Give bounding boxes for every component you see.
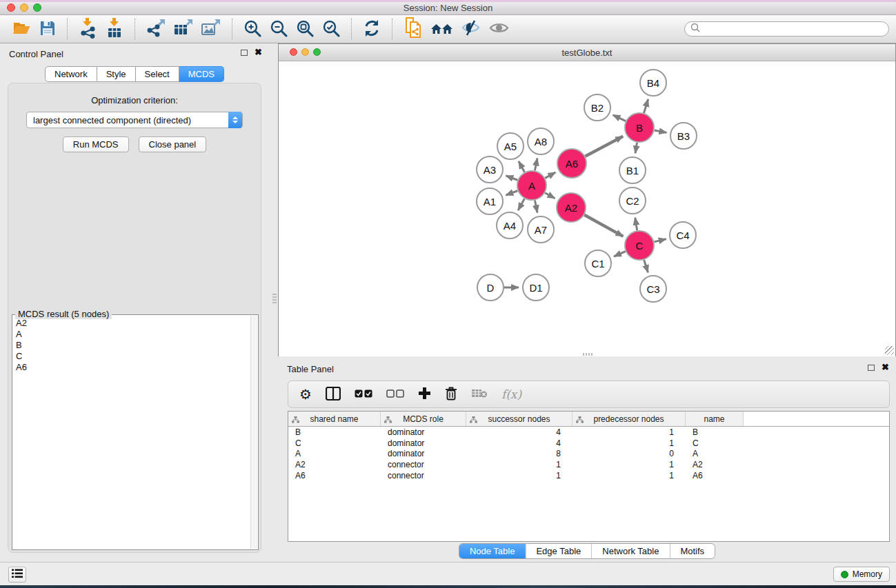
graph-node-b2[interactable]: B2 [584, 94, 611, 121]
open-session-button[interactable] [8, 19, 35, 40]
tab-select[interactable]: Select [136, 66, 179, 82]
import-network-button[interactable] [74, 17, 101, 42]
tab-motifs[interactable]: Motifs [669, 544, 715, 558]
window-resize-grip[interactable] [885, 346, 894, 355]
select-all-rows-button[interactable] [355, 389, 372, 400]
column-header-mcds-role[interactable]: MCDS role [381, 412, 466, 426]
tab-network-table[interactable]: Network Table [591, 544, 669, 558]
export-image-icon [201, 19, 221, 39]
list-icon [12, 569, 23, 580]
table-cell: 0 [573, 449, 686, 458]
tab-node-table[interactable]: Node Table [459, 544, 526, 558]
graph-node-a4[interactable]: A4 [496, 212, 524, 239]
toolbar-separator [135, 19, 135, 39]
export-table-button[interactable] [170, 17, 197, 41]
graph-node-c1[interactable]: C1 [584, 250, 612, 277]
graph-node-b[interactable]: B [624, 112, 655, 143]
graph-node-a6[interactable]: A6 [557, 148, 587, 179]
close-panel-button[interactable]: Close panel [139, 136, 207, 152]
vertical-splitter-grip[interactable] [272, 294, 277, 304]
graph-node-b1[interactable]: B1 [619, 156, 646, 184]
graph-node-c4[interactable]: C4 [669, 221, 697, 249]
tab-mcds[interactable]: MCDS [179, 66, 224, 82]
network-window-title: testGlobe.txt [279, 48, 895, 58]
column-header-successor-nodes[interactable]: successor nodes [466, 412, 573, 426]
search-input[interactable] [704, 24, 883, 34]
overview-window-button[interactable] [427, 19, 457, 40]
show-graphics-details-button[interactable] [485, 19, 513, 39]
delete-table-icon [471, 388, 488, 401]
mcds-result-item[interactable]: A [13, 329, 250, 340]
export-image-button[interactable] [197, 17, 225, 41]
mcds-result-item[interactable]: B [13, 340, 250, 351]
save-session-button[interactable] [35, 19, 60, 40]
float-panel-icon[interactable] [241, 50, 248, 56]
tab-edge-table[interactable]: Edge Table [525, 544, 591, 558]
close-table-panel-icon[interactable]: ✖ [882, 364, 889, 371]
column-header-name[interactable]: name [686, 412, 744, 426]
network-from-selection-button[interactable] [399, 16, 427, 42]
graph-node-a2[interactable]: A2 [556, 192, 586, 223]
graph-node-d1[interactable]: D1 [522, 274, 550, 301]
table-settings-button[interactable]: ⚙ [299, 387, 312, 401]
apply-function-button[interactable]: f(x) [501, 387, 521, 401]
run-mcds-button[interactable]: Run MCDS [63, 136, 129, 152]
criterion-dropdown[interactable]: largest connected component (directed) [26, 112, 243, 128]
table-cell: 1 [573, 427, 686, 437]
table-panel: Table Panel ✖ ⚙ f(x) shared nameMCDS rol… [278, 358, 896, 562]
graph-node-a7[interactable]: A7 [527, 216, 555, 243]
deselect-all-rows-button[interactable] [386, 389, 404, 400]
close-panel-icon[interactable]: ✖ [255, 49, 262, 56]
table-cell: connector [381, 460, 466, 469]
delete-table-button[interactable] [471, 388, 488, 401]
edge-A-A5 [519, 161, 525, 172]
tab-style[interactable]: Style [97, 66, 136, 82]
memory-button[interactable]: Memory [833, 567, 890, 582]
zoom-selected-button[interactable] [318, 18, 344, 41]
zoom-in-button[interactable] [239, 18, 266, 41]
mcds-result-item[interactable]: C [13, 351, 250, 362]
task-history-button[interactable] [8, 567, 26, 582]
graph-node-a[interactable]: A [517, 170, 547, 201]
table-row[interactable]: Cdominator41C [288, 438, 889, 449]
graph-node-d[interactable]: D [477, 274, 504, 301]
table-row[interactable]: A6connector11A6 [288, 470, 889, 481]
graph-node-a8[interactable]: A8 [527, 128, 555, 155]
graph-node-b4[interactable]: B4 [639, 69, 667, 97]
table-tabs: Node TableEdge TableNetwork TableMotifs [459, 544, 715, 558]
graph-node-b3[interactable]: B3 [670, 122, 697, 150]
show-columns-button[interactable] [326, 387, 341, 403]
search-field[interactable] [684, 21, 889, 37]
graph-node-c2[interactable]: C2 [619, 187, 646, 214]
tab-network[interactable]: Network [45, 66, 97, 82]
column-header-shared-name[interactable]: shared name [288, 412, 381, 426]
export-network-button[interactable] [142, 17, 170, 41]
mcds-result-item[interactable]: A6 [13, 362, 250, 373]
zoom-out-button[interactable] [266, 18, 292, 41]
graph-node-a5[interactable]: A5 [497, 132, 524, 160]
table-row[interactable]: A2connector11A2 [288, 459, 889, 470]
graph-node-c[interactable]: C [624, 230, 655, 261]
add-row-button[interactable] [418, 387, 431, 402]
network-window-titlebar[interactable]: testGlobe.txt [279, 44, 895, 61]
refresh-icon [363, 19, 381, 39]
import-table-button[interactable] [101, 17, 128, 42]
column-header-predecessor-nodes[interactable]: predecessor nodes [573, 412, 686, 426]
horizontal-splitter-grip[interactable] [583, 353, 593, 356]
float-table-panel-icon[interactable] [868, 365, 875, 371]
graph-node-c3[interactable]: C3 [639, 275, 667, 303]
table-row[interactable]: Bdominator41B [288, 427, 889, 438]
zoom-fit-button[interactable] [292, 18, 318, 41]
mcds-result-item[interactable]: A2 [13, 318, 250, 329]
network-canvas[interactable]: B4B2BB3A5A8A6A3B1AC2A1A2A4A7C4CC1C3DD1 [279, 61, 895, 356]
hide-graphics-details-button[interactable] [457, 18, 485, 40]
table-cell: A2 [288, 460, 381, 469]
delete-row-button[interactable] [445, 386, 457, 403]
refresh-button[interactable] [359, 18, 385, 41]
result-list-scrollbar[interactable] [250, 316, 257, 549]
table-cell: 4 [466, 438, 573, 448]
table-cell: B [288, 427, 381, 437]
graph-node-a3[interactable]: A3 [476, 156, 504, 183]
graph-node-a1[interactable]: A1 [476, 187, 504, 215]
table-row[interactable]: Adominator80A [288, 449, 889, 460]
